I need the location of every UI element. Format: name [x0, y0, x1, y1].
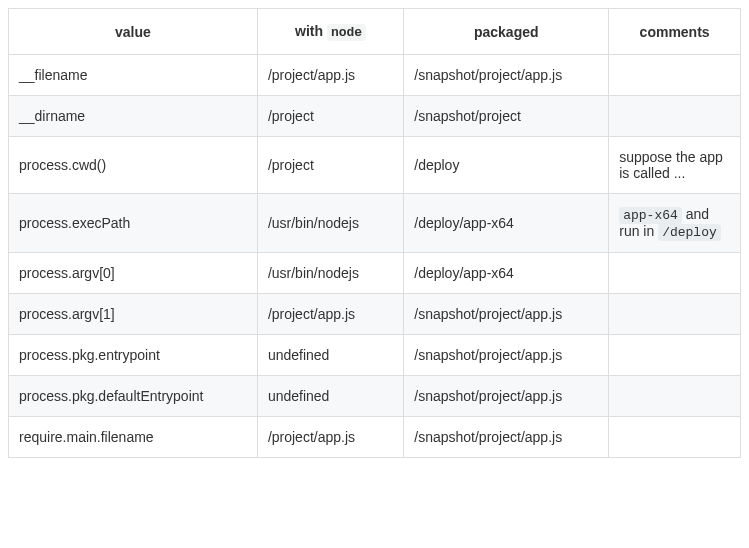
cell-with-node: /project/app.js: [257, 417, 403, 458]
cell-comments: [609, 96, 741, 137]
cell-packaged: /snapshot/project/app.js: [404, 55, 609, 96]
cell-comments: [609, 376, 741, 417]
cell-with-node: /project: [257, 96, 403, 137]
cell-comments: [609, 294, 741, 335]
cell-value: process.pkg.entrypoint: [9, 335, 258, 376]
cell-value: process.argv[0]: [9, 253, 258, 294]
cell-with-node: undefined: [257, 335, 403, 376]
header-comments: comments: [609, 9, 741, 55]
cell-value: require.main.filename: [9, 417, 258, 458]
cell-comments: suppose the app is called ...: [609, 137, 741, 194]
comments-code: app-x64: [619, 207, 682, 224]
cell-value: process.execPath: [9, 194, 258, 253]
header-value: value: [9, 9, 258, 55]
table-header-row: value with node packaged comments: [9, 9, 741, 55]
table-row: process.argv[0] /usr/bin/nodejs /deploy/…: [9, 253, 741, 294]
cell-packaged: /deploy/app-x64: [404, 194, 609, 253]
cell-packaged: /snapshot/project/app.js: [404, 294, 609, 335]
cell-with-node: /project: [257, 137, 403, 194]
cell-with-node: /project/app.js: [257, 294, 403, 335]
table-row: process.pkg.entrypoint undefined /snapsh…: [9, 335, 741, 376]
table-row: require.main.filename /project/app.js /s…: [9, 417, 741, 458]
cell-with-node: /usr/bin/nodejs: [257, 253, 403, 294]
table-row: process.cwd() /project /deploy suppose t…: [9, 137, 741, 194]
table-row: process.argv[1] /project/app.js /snapsho…: [9, 294, 741, 335]
cell-with-node: /usr/bin/nodejs: [257, 194, 403, 253]
comparison-table: value with node packaged comments __file…: [8, 8, 741, 458]
table-row: __filename /project/app.js /snapshot/pro…: [9, 55, 741, 96]
cell-packaged: /snapshot/project: [404, 96, 609, 137]
cell-value: process.pkg.defaultEntrypoint: [9, 376, 258, 417]
table-row: process.execPath /usr/bin/nodejs /deploy…: [9, 194, 741, 253]
cell-packaged: /snapshot/project/app.js: [404, 417, 609, 458]
cell-value: process.argv[1]: [9, 294, 258, 335]
cell-packaged: /snapshot/project/app.js: [404, 376, 609, 417]
cell-with-node: /project/app.js: [257, 55, 403, 96]
cell-packaged: /deploy: [404, 137, 609, 194]
cell-value: process.cwd(): [9, 137, 258, 194]
cell-comments: [609, 55, 741, 96]
cell-packaged: /deploy/app-x64: [404, 253, 609, 294]
cell-value: __dirname: [9, 96, 258, 137]
cell-comments: [609, 253, 741, 294]
cell-with-node: undefined: [257, 376, 403, 417]
cell-comments: app-x64 and run in /deploy: [609, 194, 741, 253]
header-with-node: with node: [257, 9, 403, 55]
table-row: __dirname /project /snapshot/project: [9, 96, 741, 137]
table-row: process.pkg.defaultEntrypoint undefined …: [9, 376, 741, 417]
header-with-node-prefix: with: [295, 23, 327, 39]
header-with-node-code: node: [327, 24, 366, 41]
cell-value: __filename: [9, 55, 258, 96]
cell-comments: [609, 417, 741, 458]
cell-packaged: /snapshot/project/app.js: [404, 335, 609, 376]
cell-comments: [609, 335, 741, 376]
comments-code: /deploy: [658, 224, 721, 241]
header-packaged: packaged: [404, 9, 609, 55]
